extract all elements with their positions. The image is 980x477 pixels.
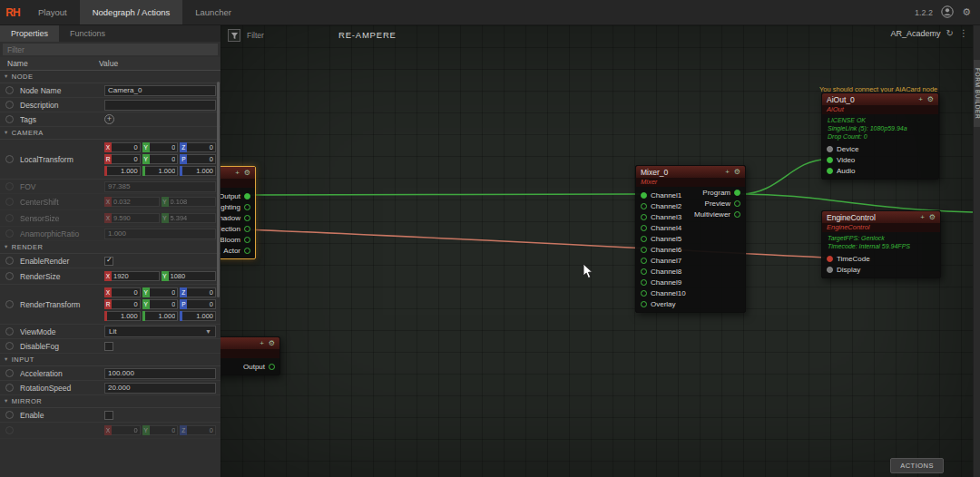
camera-port-output[interactable]: Output: [220, 190, 255, 201]
transform-x-input[interactable]: [112, 142, 141, 152]
rt-p-input[interactable]: [187, 299, 216, 309]
rt-x-input[interactable]: [112, 287, 141, 297]
move-icon[interactable]: +: [920, 214, 925, 221]
port-circle[interactable]: [827, 168, 833, 174]
mixer-input-row[interactable]: Channel4: [636, 222, 745, 233]
move-icon[interactable]: +: [235, 170, 240, 177]
mixer-output-multiviewer[interactable]: Multiviewer: [636, 209, 745, 219]
port-circle[interactable]: [641, 290, 647, 297]
scale-y-input[interactable]: [145, 166, 179, 176]
port-circle[interactable]: [244, 226, 250, 232]
node-gear-icon[interactable]: ⚙: [927, 96, 934, 103]
wire-camera-to-mixer[interactable]: [249, 194, 640, 195]
transform-p-input[interactable]: [187, 154, 216, 164]
render-width-input[interactable]: [112, 271, 160, 281]
settings-gear-icon[interactable]: ⚙: [962, 6, 971, 18]
port-circle[interactable]: [641, 225, 647, 231]
section-mirror[interactable]: ▾ MIRROR: [0, 395, 220, 408]
tab-properties[interactable]: Properties: [0, 25, 59, 42]
move-icon[interactable]: +: [260, 340, 264, 347]
move-icon[interactable]: +: [918, 96, 923, 103]
node-camera[interactable]: Camera_0 + ⚙ Camera Output Lighting Shad…: [220, 166, 256, 259]
port-circle[interactable]: [244, 248, 250, 254]
section-node[interactable]: ▾ NODE: [0, 71, 220, 83]
node-gear-icon[interactable]: ⚙: [929, 214, 936, 221]
add-tag-icon[interactable]: +: [104, 114, 114, 124]
tab-functions[interactable]: Functions: [59, 25, 116, 42]
mixer-input-row[interactable]: Channel7: [636, 255, 745, 266]
port-circle[interactable]: [641, 258, 647, 264]
port-circle[interactable]: [734, 190, 740, 196]
mixer-input-row[interactable]: Overlay: [636, 298, 745, 309]
expose-toggle[interactable]: [5, 327, 14, 336]
transform-yaw-input[interactable]: [150, 154, 179, 164]
mixer-input-row[interactable]: Channel5: [636, 233, 745, 244]
expose-toggle[interactable]: [5, 257, 14, 265]
mixer-input-row[interactable]: Channel6: [636, 244, 745, 255]
rt-scale-x-input[interactable]: [107, 311, 141, 321]
rotation-speed-input[interactable]: [104, 383, 216, 394]
node-gear-icon[interactable]: ⚙: [244, 170, 250, 177]
kebab-menu-icon[interactable]: ⋮: [959, 28, 968, 38]
node-header[interactable]: EngineControl + ⚙: [822, 211, 940, 223]
port-circle[interactable]: [269, 364, 275, 370]
rt-yaw-input[interactable]: [150, 299, 179, 309]
mixer-input-row[interactable]: Channel10: [636, 287, 745, 298]
node-header[interactable]: Camera_0 + ⚙: [220, 167, 255, 179]
node-header[interactable]: Mixer_0 + ⚙: [636, 166, 745, 178]
expose-toggle[interactable]: [5, 411, 14, 419]
project-name[interactable]: AR_Academy: [891, 29, 941, 38]
port-circle[interactable]: [244, 193, 250, 200]
camera-port-reflection[interactable]: Reflection: [220, 223, 255, 234]
port-circle[interactable]: [244, 215, 250, 221]
scale-x-input[interactable]: [107, 166, 141, 176]
transform-r-input[interactable]: [112, 154, 141, 164]
port-circle[interactable]: [827, 256, 833, 262]
port-circle[interactable]: [734, 200, 740, 207]
port-circle[interactable]: [641, 301, 647, 307]
port-circle[interactable]: [244, 204, 250, 210]
node-gear-icon[interactable]: ⚙: [269, 340, 275, 347]
node-aiout[interactable]: AiOut_0 + ⚙ AiOut LICENSE OK SingleLink …: [821, 92, 939, 180]
nodegraph-canvas[interactable]: Filter RE-AMPERE AR_Academy ↻ ⋮ You shou…: [220, 25, 973, 477]
node-header[interactable]: AiOut_0 + ⚙: [822, 93, 938, 105]
expose-toggle[interactable]: [5, 115, 14, 123]
camera-port-bloom[interactable]: Bloom: [220, 234, 255, 245]
port-circle[interactable]: [827, 267, 833, 273]
expose-toggle[interactable]: [5, 155, 14, 163]
camera-port-actor[interactable]: Actor: [220, 245, 255, 256]
aiout-port-device[interactable]: Device: [822, 143, 938, 154]
section-render[interactable]: ▾ RENDER: [0, 241, 220, 254]
expose-toggle[interactable]: [5, 101, 14, 109]
node-gear-icon[interactable]: ⚙: [734, 169, 740, 176]
node-name-input[interactable]: [104, 85, 216, 96]
camera-port-lighting[interactable]: Lighting: [220, 201, 255, 212]
refresh-icon[interactable]: ↻: [946, 28, 954, 38]
description-input[interactable]: [104, 100, 216, 111]
partial-port-output[interactable]: Output: [220, 361, 279, 372]
node-mixer[interactable]: Mixer_0 + ⚙ Mixer Channel1 Channel2 Chan…: [635, 165, 746, 313]
port-circle[interactable]: [641, 247, 647, 253]
node-header[interactable]: + ⚙: [220, 337, 279, 349]
expose-toggle[interactable]: [5, 384, 14, 392]
rt-scale-z-input[interactable]: [182, 311, 216, 321]
panel-scrollbar[interactable]: [217, 82, 220, 297]
graph-filter-icon[interactable]: [228, 29, 240, 42]
mixer-input-row[interactable]: Channel9: [636, 277, 745, 287]
scale-z-input[interactable]: [182, 166, 216, 176]
port-circle[interactable]: [244, 237, 250, 243]
mixer-output-preview[interactable]: Preview: [636, 198, 745, 209]
transform-y-input[interactable]: [150, 142, 179, 152]
render-height-input[interactable]: [169, 271, 217, 281]
section-camera[interactable]: ▾ CAMERA: [0, 127, 220, 140]
acceleration-input[interactable]: [104, 368, 216, 379]
tab-launcher[interactable]: Launcher: [182, 0, 244, 24]
mixer-output-program[interactable]: Program: [636, 187, 745, 198]
graph-filter-input[interactable]: Filter: [247, 30, 264, 42]
expose-toggle[interactable]: [5, 300, 14, 308]
wire-program-offscreen[interactable]: [741, 194, 973, 212]
rt-y-input[interactable]: [150, 287, 179, 297]
mirror-enable-checkbox[interactable]: [104, 411, 113, 420]
transform-z-input[interactable]: [187, 142, 216, 152]
engine-port-display[interactable]: Display: [822, 264, 940, 275]
